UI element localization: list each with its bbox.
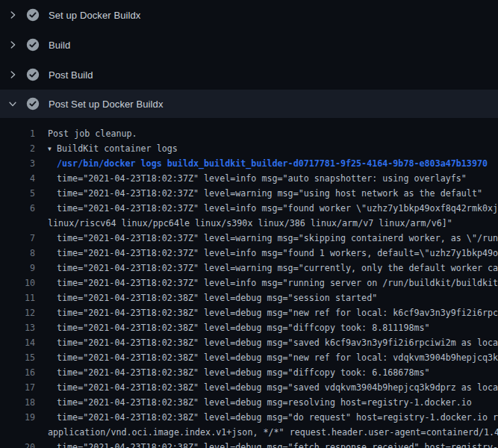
log-text: time="2021-04-23T18:02:38Z" level=debug …: [57, 335, 498, 350]
log-line-number[interactable]: 18: [0, 395, 35, 410]
log-line: 14time="2021-04-23T18:02:38Z" level=debu…: [0, 335, 498, 350]
chevron-right-icon[interactable]: [7, 9, 19, 21]
log-text: time="2021-04-23T18:02:37Z" level=warnin…: [57, 186, 482, 201]
log-line: 8time="2021-04-23T18:02:37Z" level=info …: [0, 246, 498, 261]
log-line-continuation: application/vnd.oci.image.index.v1+json,…: [0, 425, 498, 440]
collapse-triangle-icon[interactable]: ▼: [48, 142, 57, 157]
check-circle-icon: [26, 38, 40, 52]
check-circle-icon: [26, 97, 40, 111]
log-line: 4time="2021-04-23T18:02:37Z" level=info …: [0, 171, 498, 186]
log-line-number[interactable]: 3: [0, 156, 35, 171]
log-line-number[interactable]: 6: [0, 201, 35, 216]
step-row-build[interactable]: Build: [0, 30, 498, 60]
log-group-title[interactable]: BuildKit container logs: [57, 143, 178, 154]
log-line: 19time="2021-04-23T18:02:38Z" level=debu…: [0, 410, 498, 425]
log-line: 18time="2021-04-23T18:02:38Z" level=debu…: [0, 395, 498, 410]
log-text: time="2021-04-23T18:02:38Z" level=debug …: [57, 395, 472, 410]
log-text: application/vnd.oci.image.index.v1+json,…: [48, 425, 498, 440]
step-row-post-setup-docker-buildx[interactable]: Post Set up Docker Buildx: [0, 90, 498, 118]
log-text: ▼BuildKit container logs: [48, 141, 178, 156]
log-line-number[interactable]: 13: [0, 320, 35, 335]
log-line-number: [0, 216, 35, 231]
steps-list: Set up Docker Buildx Build Post Build Po…: [0, 0, 498, 118]
log-line-number[interactable]: 10: [0, 276, 35, 290]
log-line-continuation: linux/riscv64 linux/ppc64le linux/s390x …: [0, 216, 498, 231]
chevron-down-icon[interactable]: [7, 98, 19, 110]
log-line-number[interactable]: 20: [0, 440, 35, 448]
log-line: 16time="2021-04-23T18:02:38Z" level=debu…: [0, 365, 498, 380]
log-line-number[interactable]: 17: [0, 380, 35, 395]
log-line: 10time="2021-04-23T18:02:37Z" level=info…: [0, 276, 498, 290]
log-text: time="2021-04-23T18:02:38Z" level=debug …: [57, 290, 377, 305]
log-line: 2▼BuildKit container logs: [0, 141, 498, 156]
log-text: time="2021-04-23T18:02:38Z" level=debug …: [57, 305, 498, 320]
log-line-number[interactable]: 8: [0, 246, 35, 261]
log-text: time="2021-04-23T18:02:37Z" level=warnin…: [57, 231, 498, 246]
log-line: 5time="2021-04-23T18:02:37Z" level=warni…: [0, 186, 498, 201]
check-circle-icon: [26, 68, 40, 81]
log-line-number[interactable]: 14: [0, 335, 35, 350]
log-line: 9time="2021-04-23T18:02:37Z" level=warni…: [0, 261, 498, 276]
step-label: Post Set up Docker Buildx: [49, 99, 164, 110]
step-label: Build: [49, 40, 70, 51]
log-text: time="2021-04-23T18:02:38Z" level=debug …: [57, 440, 498, 448]
check-circle-icon: [26, 8, 40, 22]
log-line: 6time="2021-04-23T18:02:37Z" level=info …: [0, 201, 498, 216]
log-line: 15time="2021-04-23T18:02:38Z" level=debu…: [0, 350, 498, 365]
log-line-number[interactable]: 19: [0, 410, 35, 425]
log-line: 17time="2021-04-23T18:02:38Z" level=debu…: [0, 380, 498, 395]
log-text: Post job cleanup.: [48, 126, 137, 141]
log-text: time="2021-04-23T18:02:37Z" level=info m…: [57, 276, 498, 290]
step-label: Post Build: [49, 69, 93, 81]
log-text: time="2021-04-23T18:02:38Z" level=debug …: [57, 350, 498, 365]
chevron-right-icon[interactable]: [7, 39, 19, 51]
chevron-right-icon[interactable]: [7, 69, 19, 81]
log-line-number[interactable]: 11: [0, 290, 35, 305]
log-line: 13time="2021-04-23T18:02:38Z" level=debu…: [0, 320, 498, 335]
log-line: 20time="2021-04-23T18:02:38Z" level=debu…: [0, 440, 498, 448]
log-line-number[interactable]: 9: [0, 261, 35, 276]
log-line-number[interactable]: 1: [0, 126, 35, 141]
log-line-number[interactable]: 16: [0, 365, 35, 380]
log-text: time="2021-04-23T18:02:37Z" level=info m…: [57, 171, 467, 186]
log-text: time="2021-04-23T18:02:37Z" level=info m…: [57, 246, 498, 261]
log-line-number[interactable]: 4: [0, 171, 35, 186]
log-text: time="2021-04-23T18:02:38Z" level=debug …: [57, 365, 430, 380]
log-line: 7time="2021-04-23T18:02:37Z" level=warni…: [0, 231, 498, 246]
log-viewer: 1Post job cleanup.2▼BuildKit container l…: [0, 118, 498, 448]
step-row-post-build[interactable]: Post Build: [0, 60, 498, 90]
log-line: 11time="2021-04-23T18:02:38Z" level=debu…: [0, 290, 498, 305]
log-text: time="2021-04-23T18:02:37Z" level=info m…: [57, 201, 498, 216]
log-line-number: [0, 425, 35, 440]
log-text: time="2021-04-23T18:02:37Z" level=warnin…: [57, 261, 498, 276]
log-text: linux/riscv64 linux/ppc64le linux/s390x …: [48, 216, 452, 231]
log-line-number[interactable]: 5: [0, 186, 35, 201]
log-line: 12time="2021-04-23T18:02:38Z" level=debu…: [0, 305, 498, 320]
log-line-number[interactable]: 12: [0, 305, 35, 320]
log-line-number[interactable]: 2: [0, 141, 35, 156]
log-line-number[interactable]: 15: [0, 350, 35, 365]
log-text: time="2021-04-23T18:02:38Z" level=debug …: [57, 320, 430, 335]
log-text: time="2021-04-23T18:02:38Z" level=debug …: [57, 380, 498, 395]
log-line-number[interactable]: 7: [0, 231, 35, 246]
log-line: 3/usr/bin/docker logs buildx_buildkit_bu…: [0, 156, 498, 171]
log-command-text: /usr/bin/docker logs buildx_buildkit_bui…: [57, 156, 488, 171]
log-line: 1Post job cleanup.: [0, 126, 498, 141]
step-label: Set up Docker Buildx: [49, 10, 140, 21]
log-text: time="2021-04-23T18:02:38Z" level=debug …: [57, 410, 498, 425]
step-row-setup-docker-buildx[interactable]: Set up Docker Buildx: [0, 0, 498, 30]
